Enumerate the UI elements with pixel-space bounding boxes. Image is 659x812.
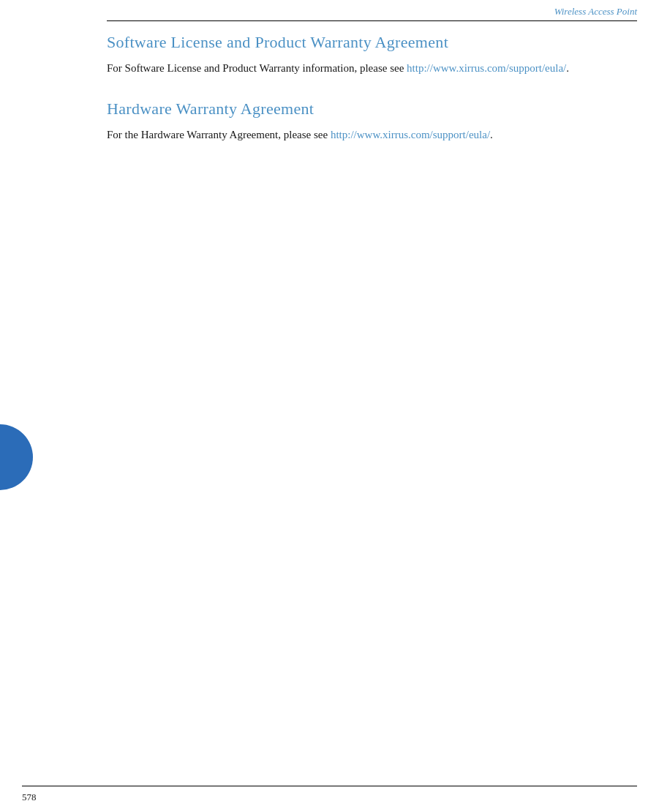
page-container: Wireless Access Point Software License a… — [0, 0, 659, 812]
page-number: 578 — [22, 792, 37, 803]
header-title: Wireless Access Point — [554, 6, 637, 17]
content-area: Software License and Product Warranty Ag… — [107, 33, 637, 768]
decorative-circle — [0, 424, 33, 490]
hardware-warranty-body: For the Hardware Warranty Agreement, ple… — [107, 126, 637, 144]
top-border — [107, 20, 637, 21]
software-license-text-prefix: For Software License and Product Warrant… — [107, 62, 407, 74]
hardware-warranty-link[interactable]: http://www.xirrus.com/support/eula/ — [331, 129, 490, 140]
hardware-warranty-heading: Hardware Warranty Agreement — [107, 99, 637, 119]
software-license-heading: Software License and Product Warranty Ag… — [107, 33, 637, 52]
software-license-link[interactable]: http://www.xirrus.com/support/eula/ — [407, 62, 566, 74]
hardware-warranty-text-prefix: For the Hardware Warranty Agreement, ple… — [107, 129, 331, 140]
software-license-section: Software License and Product Warranty Ag… — [107, 33, 637, 78]
hardware-warranty-section: Hardware Warranty Agreement For the Hard… — [107, 99, 637, 144]
hardware-warranty-text-suffix: . — [490, 129, 493, 140]
software-license-body: For Software License and Product Warrant… — [107, 59, 637, 78]
software-license-text-suffix: . — [566, 62, 569, 74]
bottom-border — [22, 786, 637, 786]
page-header: Wireless Access Point — [554, 6, 637, 18]
